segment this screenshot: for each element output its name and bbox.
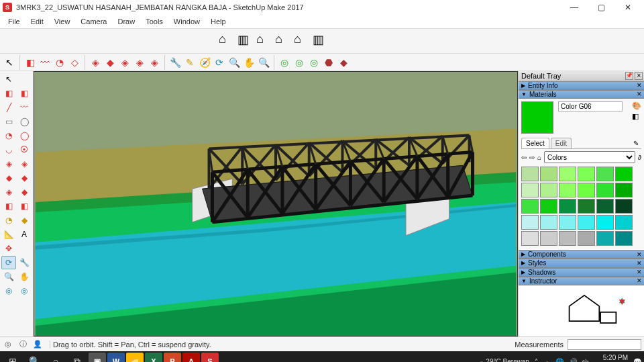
arc-icon[interactable]: ◔	[53, 56, 66, 69]
tray-close-icon[interactable]: ✕	[635, 72, 643, 80]
default-material-icon[interactable]: ◧	[632, 112, 641, 122]
move-icon[interactable]: ◈	[89, 56, 102, 69]
view-back-icon[interactable]: ⌂	[294, 32, 311, 50]
lt-protractor[interactable]: 📐	[1, 228, 16, 241]
weather-widget[interactable]: ☁ 29°C Berawan	[478, 358, 529, 363]
lt-follow[interactable]: ◆	[17, 171, 32, 185]
style3-icon[interactable]: ◎	[307, 56, 321, 69]
current-material-swatch[interactable]	[521, 101, 553, 134]
tray-network-icon[interactable]: 🌐	[555, 358, 564, 363]
swatch[interactable]	[521, 167, 539, 181]
lt-zoom[interactable]: 🔍	[1, 270, 16, 283]
material-name-field[interactable]: Color G06	[558, 101, 623, 111]
select-tool-icon[interactable]: ↖	[3, 56, 16, 69]
view-top-icon[interactable]: ▥	[237, 32, 255, 50]
section-entity-info[interactable]: ▶Entity Info✕	[519, 81, 644, 90]
scale-icon[interactable]: ◈	[118, 56, 131, 69]
view-left-icon[interactable]: ▥	[313, 32, 330, 50]
lt-push[interactable]: ◈	[17, 157, 32, 171]
taskbar-store[interactable]: ▣	[89, 353, 106, 362]
style4-icon[interactable]: ⬣	[322, 56, 335, 69]
tab-edit[interactable]: Edit	[551, 138, 572, 148]
maximize-button[interactable]: ▢	[588, 0, 614, 15]
lt-prev[interactable]: ◎	[1, 284, 16, 298]
swatch[interactable]	[578, 167, 595, 181]
menu-help[interactable]: Help	[205, 16, 231, 27]
swatch[interactable]	[578, 199, 595, 214]
view-iso-icon[interactable]: ⌂	[219, 32, 236, 50]
clock[interactable]: 5:20 PM 12/28/2022	[594, 354, 628, 362]
swatch[interactable]	[615, 199, 633, 214]
lt-scale[interactable]: ◈	[1, 185, 16, 199]
zoom-icon[interactable]: 🔍	[227, 56, 241, 69]
taskbar-acrobat[interactable]: A	[182, 353, 200, 362]
swatch[interactable]	[596, 215, 614, 230]
orbit-icon[interactable]: 🧭	[198, 56, 211, 69]
section-instructor[interactable]: ▼Instructor✕	[519, 277, 644, 285]
swatch[interactable]	[540, 167, 557, 181]
swatch[interactable]	[615, 231, 633, 246]
lt-offset[interactable]: ◆	[17, 185, 32, 199]
tape-icon[interactable]: 🔧	[168, 56, 182, 69]
lt-eraser2[interactable]: ◧	[17, 87, 32, 100]
tab-select[interactable]: Select	[521, 138, 549, 148]
lt-paint[interactable]: ◆	[17, 214, 32, 227]
eraser-icon[interactable]: ◧	[23, 56, 37, 69]
lt-hand[interactable]: ✋	[17, 270, 32, 283]
lt-arc2[interactable]: ◡	[1, 143, 16, 156]
rotate-icon[interactable]: ◆	[103, 56, 117, 69]
create-material-icon[interactable]: 🎨	[632, 101, 641, 111]
style1-icon[interactable]: ◎	[278, 56, 291, 69]
menu-draw[interactable]: Draw	[112, 16, 140, 27]
view-right-icon[interactable]: ⌂	[275, 32, 292, 50]
pushpull-icon[interactable]: ◈	[133, 56, 146, 69]
fwd-icon[interactable]: ⇨	[529, 154, 535, 161]
lt-rot[interactable]: ◆	[1, 171, 16, 185]
lt-out[interactable]: ◧	[1, 199, 16, 213]
swatch[interactable]	[559, 215, 576, 230]
taskbar-sketchup[interactable]: S	[201, 353, 219, 362]
model-viewport[interactable]	[34, 71, 518, 336]
credits-icon[interactable]: ⓘ	[17, 339, 28, 350]
swatch[interactable]	[559, 183, 576, 197]
swatch[interactable]	[559, 199, 576, 214]
menu-window[interactable]: Window	[168, 16, 205, 27]
cortana-button[interactable]: ○	[46, 351, 66, 362]
lt-arc[interactable]: ◔	[1, 129, 16, 142]
style2-icon[interactable]: ◎	[292, 56, 306, 69]
swatch[interactable]	[596, 199, 614, 214]
swatch[interactable]	[578, 183, 595, 197]
offset-icon[interactable]: ◈	[148, 56, 161, 69]
lt-move[interactable]: ◈	[1, 157, 16, 171]
taskbar-excel[interactable]: X	[145, 353, 162, 362]
swatch[interactable]	[540, 215, 557, 230]
measurement-input[interactable]	[568, 339, 641, 350]
swatch[interactable]	[559, 167, 576, 181]
home-icon[interactable]: ⌂	[537, 154, 541, 161]
swatch[interactable]	[596, 183, 614, 197]
lt-orbit[interactable]: ⟳	[1, 256, 16, 269]
lt-circle[interactable]: ◯	[17, 115, 32, 128]
minimize-button[interactable]: —	[561, 0, 588, 15]
section-materials[interactable]: ▼Materials✕	[519, 90, 644, 99]
swatch[interactable]	[540, 199, 557, 214]
shape-icon[interactable]: ◇	[68, 56, 81, 69]
swatch[interactable]	[596, 231, 614, 246]
search-button[interactable]: 🔍	[24, 351, 44, 362]
taskview-button[interactable]: ⧉	[67, 351, 87, 362]
pan-icon[interactable]: ⟳	[213, 56, 226, 69]
view-front-icon[interactable]: ⌂	[256, 32, 274, 50]
menu-view[interactable]: View	[49, 16, 76, 27]
tray-pin-icon[interactable]: 📌	[625, 72, 633, 80]
edit-pencil-icon[interactable]: ✎	[633, 140, 641, 147]
swatch[interactable]	[521, 199, 539, 214]
tray-onedrive-icon[interactable]: ☁	[543, 358, 550, 363]
lt-select[interactable]: ↖	[1, 73, 16, 86]
lt-axes[interactable]: ✥	[1, 242, 16, 255]
details-icon[interactable]: ∂	[638, 154, 641, 161]
close-button[interactable]: ✕	[614, 0, 641, 15]
signin-icon[interactable]: 👤	[32, 339, 43, 350]
swatch[interactable]	[521, 183, 539, 197]
zoom-extents-icon[interactable]: 🔍	[257, 56, 270, 69]
lt-eraser[interactable]: ◧	[1, 87, 16, 100]
